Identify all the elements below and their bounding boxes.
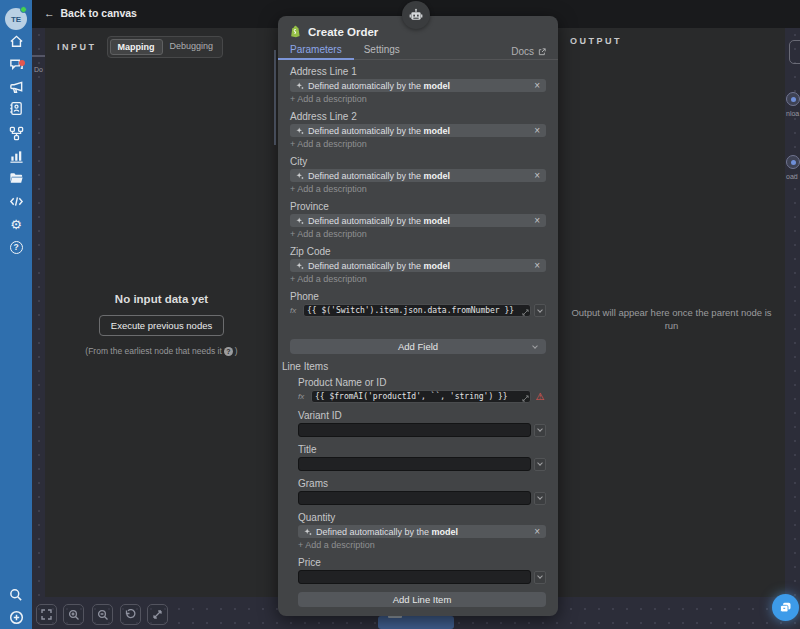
add-description-link[interactable]: + Add a description	[290, 230, 546, 239]
sidebar-item-settings[interactable]: ⚙	[0, 213, 32, 235]
param-label: Title	[298, 444, 546, 455]
sidebar-item-search[interactable]	[0, 584, 32, 606]
ai-defined-text: Defined automatically by the model	[308, 81, 530, 91]
ai-defined-text: Defined automatically by the model	[316, 527, 530, 537]
sidebar-item-analytics[interactable]	[0, 145, 32, 167]
ai-defined-value[interactable]: Defined automatically by the model×	[290, 124, 546, 137]
zoom-in-button[interactable]	[63, 604, 84, 625]
input-view-switcher: Mapping Debugging	[107, 36, 224, 58]
ai-defined-value[interactable]: Defined automatically by the model×	[298, 525, 546, 538]
param-label: Variant ID	[298, 410, 546, 421]
search-icon	[9, 588, 23, 602]
input-hint: (From the earliest node that needs it ? …	[85, 346, 237, 356]
ai-sparkles-icon	[296, 262, 304, 270]
expression-input[interactable]: {{ $('Switch').item.json.data.fromNumber…	[303, 304, 531, 317]
clear-field-icon[interactable]: ×	[534, 126, 540, 136]
text-field-row	[298, 570, 546, 584]
plus-circle-icon	[9, 610, 24, 625]
ai-sparkles-icon	[296, 172, 304, 180]
question-icon[interactable]: ?	[224, 347, 233, 356]
output-panel: OUTPUT Output will appear here once the …	[558, 28, 785, 597]
param-field: ProvinceDefined automatically by the mod…	[290, 201, 546, 239]
section-label-line-items: Line Items	[282, 361, 546, 372]
field-options-button[interactable]	[534, 304, 546, 317]
sidebar-item-add[interactable]	[0, 606, 32, 628]
assistant-chat-button[interactable]	[772, 594, 799, 621]
warning-icon[interactable]: ⚠	[534, 392, 546, 402]
add-description-link[interactable]: + Add a description	[290, 185, 546, 194]
chevron-down-icon	[532, 343, 538, 349]
param-field: Product Name or IDfx{{ $fromAI('productI…	[298, 377, 546, 403]
ai-sparkles-icon	[296, 82, 304, 90]
field-options-button[interactable]	[534, 424, 546, 437]
panel-scrollbar[interactable]	[274, 50, 276, 145]
param-field: CityDefined automatically by the model×+…	[290, 156, 546, 194]
field-options-button[interactable]	[534, 458, 546, 471]
notification-badge	[19, 60, 25, 66]
external-link-icon	[538, 48, 546, 56]
expression-fx-badge: fx	[298, 392, 308, 401]
clear-field-icon[interactable]: ×	[534, 81, 540, 91]
expression-text: {{ $fromAI('productId', ``, 'string') }}	[315, 392, 508, 401]
sidebar-item-contacts[interactable]	[0, 97, 32, 119]
param-field: QuantityDefined automatically by the mod…	[298, 512, 546, 550]
text-input[interactable]	[298, 423, 531, 437]
active-tab-underline	[278, 58, 354, 60]
field-options-button[interactable]	[534, 571, 546, 584]
execute-previous-nodes-button[interactable]: Execute previous nodes	[99, 315, 224, 336]
expression-row: fx{{ $('Switch').item.json.data.fromNumb…	[290, 304, 546, 317]
param-label: Province	[290, 201, 546, 212]
expression-fx-badge: fx	[290, 306, 300, 315]
canvas-node-fragment[interactable]	[786, 92, 800, 106]
workflow-icon	[9, 126, 24, 141]
robot-icon	[408, 7, 424, 23]
back-to-canvas-button[interactable]: ← Back to canvas	[44, 7, 137, 19]
docs-link[interactable]: Docs	[511, 46, 546, 57]
clear-field-icon[interactable]: ×	[534, 171, 540, 181]
text-input[interactable]	[298, 491, 531, 505]
add-description-link[interactable]: + Add a description	[290, 140, 546, 149]
text-input[interactable]	[298, 570, 531, 584]
gear-icon: ⚙	[10, 218, 22, 231]
output-panel-label: OUTPUT	[570, 36, 622, 46]
zoom-out-button[interactable]	[92, 604, 113, 625]
ai-defined-text: Defined automatically by the model	[308, 126, 530, 136]
clear-field-icon[interactable]: ×	[534, 527, 540, 537]
sidebar-item-developer[interactable]	[0, 190, 32, 212]
param-label: Address Line 1	[290, 66, 546, 77]
ai-defined-value[interactable]: Defined automatically by the model×	[290, 169, 546, 182]
clear-field-icon[interactable]: ×	[534, 261, 540, 271]
sidebar-item-home[interactable]	[0, 30, 32, 52]
expression-input[interactable]: {{ $fromAI('productId', ``, 'string') }}	[311, 390, 531, 403]
add-description-link[interactable]: + Add a description	[290, 95, 546, 104]
sidebar-item-chat[interactable]	[0, 53, 32, 75]
canvas-node-fragment[interactable]	[786, 155, 800, 169]
node-settings-modal: Create Order Parameters Settings Docs Ad…	[278, 16, 558, 616]
ai-defined-value[interactable]: Defined automatically by the model×	[290, 214, 546, 227]
ai-defined-value[interactable]: Defined automatically by the model×	[290, 259, 546, 272]
tab-mapping[interactable]: Mapping	[110, 39, 163, 55]
sidebar-item-announcements[interactable]	[0, 76, 32, 98]
param-field: Price	[298, 557, 546, 584]
text-input[interactable]	[298, 457, 531, 471]
add-line-item-button[interactable]: Add Line Item	[298, 592, 546, 607]
reset-zoom-button[interactable]	[120, 604, 141, 625]
sidebar-item-help[interactable]: ?	[0, 236, 32, 258]
fit-view-button[interactable]	[36, 604, 57, 625]
tab-settings[interactable]: Settings	[364, 44, 400, 59]
reset-zoom-icon	[125, 609, 136, 620]
help-icon: ?	[10, 241, 23, 254]
param-label: City	[290, 156, 546, 167]
add-description-link[interactable]: + Add a description	[290, 275, 546, 284]
field-options-button[interactable]	[534, 492, 546, 505]
canvas-node-label-fragment: Do	[34, 66, 43, 73]
tab-parameters[interactable]: Parameters	[290, 44, 342, 59]
tab-debugging[interactable]: Debugging	[163, 39, 221, 55]
clear-field-icon[interactable]: ×	[534, 216, 540, 226]
sidebar-item-files[interactable]	[0, 167, 32, 189]
sidebar-item-workflows[interactable]	[0, 122, 32, 144]
tidy-up-button[interactable]	[147, 604, 168, 625]
add-description-link[interactable]: + Add a description	[298, 541, 546, 550]
ai-defined-value[interactable]: Defined automatically by the model×	[290, 79, 546, 92]
add-field-button[interactable]: Add Field	[290, 339, 546, 354]
